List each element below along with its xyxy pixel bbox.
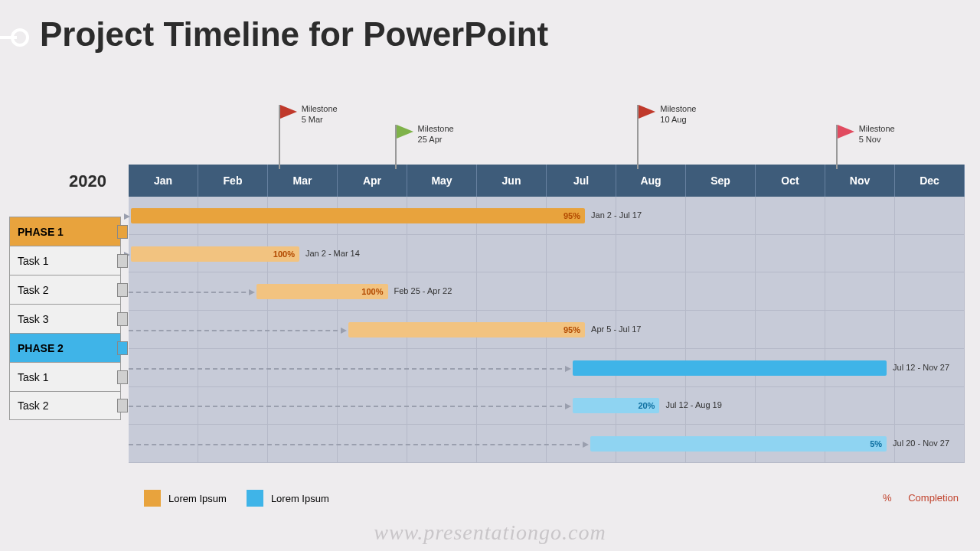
row-label: Task 1 (9, 362, 121, 391)
row-label: Task 2 (9, 275, 121, 304)
month-cell: Oct (756, 165, 825, 197)
bullet-icon (0, 26, 29, 49)
month-cell: Mar (268, 165, 338, 197)
task-bar: 100% (256, 284, 388, 299)
milestone-label: Milestone5 Nov (859, 123, 895, 145)
svg-marker-5 (838, 125, 854, 139)
milestone-label: Milestone5 Mar (302, 103, 338, 126)
row-handle-icon (117, 283, 128, 297)
milestones-layer: Milestone5 MarMilestone25 AprMilestone10… (129, 96, 965, 169)
task-bar: 100% (131, 246, 299, 262)
task-bar: 95% (348, 322, 585, 337)
row-handle-icon (117, 312, 128, 326)
watermark: www.presentationgo.com (0, 520, 980, 545)
month-cell: Dec (895, 165, 965, 197)
legend-swatch (247, 490, 263, 507)
flag-icon (397, 125, 416, 140)
svg-marker-4 (639, 105, 655, 119)
bar-date-label: Jul 12 - Aug 19 (665, 400, 721, 409)
legend-item: Lorem Ipsum (144, 490, 227, 507)
legend-item: Lorem Ipsum (247, 490, 329, 507)
bar-date-label: Apr 5 - Jul 17 (591, 324, 641, 334)
month-cell: May (407, 165, 477, 197)
milestone-label: Milestone25 Apr (418, 123, 454, 145)
row-label: PHASE 1 (9, 217, 121, 246)
leader-line (129, 406, 570, 407)
task-bar: 5% (590, 436, 887, 452)
legend-label: Lorem Ipsum (271, 493, 329, 504)
completion-label: Completion (908, 492, 959, 504)
row-handle-icon (117, 370, 128, 384)
row-handle-icon (117, 254, 128, 268)
month-cell: Nov (825, 165, 895, 197)
row-label: PHASE 2 (9, 333, 121, 362)
month-cell: Jul (547, 165, 616, 197)
month-cell: Aug (616, 165, 686, 197)
row-handle-icon (117, 341, 128, 355)
legend: Lorem IpsumLorem Ipsum (144, 490, 329, 507)
year-label: 2020 (69, 171, 106, 191)
flag-icon (639, 105, 658, 120)
flag-icon (838, 125, 858, 140)
leader-line (129, 292, 253, 293)
svg-marker-3 (397, 125, 413, 139)
gantt-chart: JanFebMarAprMayJunJulAugSepOctNovDec 95%… (129, 165, 965, 463)
months-header: JanFebMarAprMayJunJulAugSepOctNovDec (129, 165, 965, 197)
phase-bar (573, 360, 887, 376)
row-handle-icon (117, 225, 128, 239)
completion-note: % Completion (883, 492, 959, 504)
row-handle-icon (117, 399, 128, 412)
month-cell: Feb (198, 165, 268, 197)
row-labels: PHASE 1Task 1Task 2Task 3PHASE 2Task 1Ta… (9, 217, 121, 420)
legend-label: Lorem Ipsum (168, 493, 227, 504)
completion-pct: % (883, 492, 892, 504)
bar-date-label: Jul 12 - Nov 27 (893, 363, 949, 372)
row-label: Task 2 (9, 391, 121, 420)
leader-line (129, 444, 587, 445)
header: Project Timeline for PowerPoint (0, 15, 980, 54)
flag-icon (280, 105, 300, 120)
page-title: Project Timeline for PowerPoint (40, 15, 980, 54)
row-label: Task 1 (9, 246, 121, 275)
bar-date-label: Jan 2 - Mar 14 (305, 249, 360, 258)
task-bar: 20% (573, 398, 660, 413)
row-label: Task 3 (9, 304, 121, 333)
month-cell: Apr (338, 165, 407, 197)
leader-line (129, 330, 345, 331)
bar-date-label: Jan 2 - Jul 17 (591, 210, 642, 220)
phase-bar: 95% (131, 208, 585, 223)
month-cell: Jan (129, 165, 198, 197)
milestone-label: Milestone10 Aug (660, 103, 696, 126)
svg-marker-2 (280, 105, 297, 119)
bars-layer: 95%Jan 2 - Jul 17100%Jan 2 - Mar 14100%F… (129, 197, 965, 463)
month-cell: Sep (686, 165, 756, 197)
legend-swatch (144, 490, 161, 507)
leader-line (129, 368, 570, 370)
bar-date-label: Feb 25 - Apr 22 (394, 286, 452, 295)
month-cell: Jun (477, 165, 547, 197)
bar-date-label: Jul 20 - Nov 27 (893, 439, 949, 448)
